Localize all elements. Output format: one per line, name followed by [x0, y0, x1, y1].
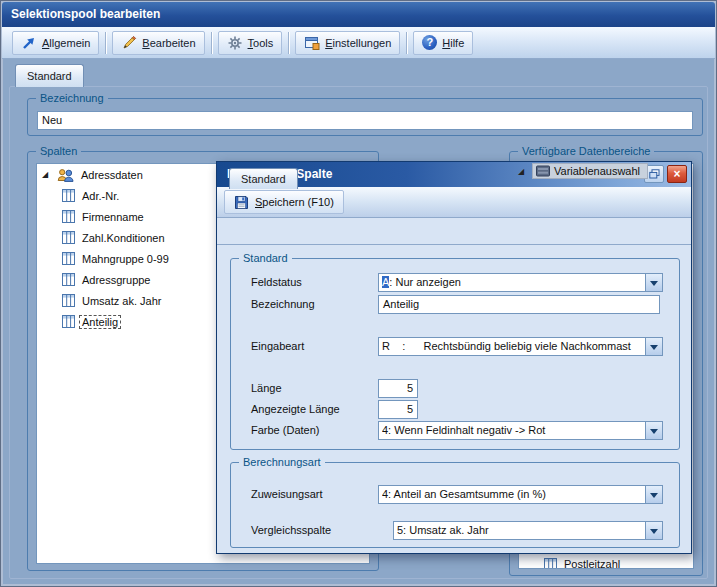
- tab-standard[interactable]: Standard: [15, 64, 84, 87]
- group-label-datenbereiche: Verfügbare Datenbereiche: [518, 144, 654, 158]
- dialog-window-buttons: ×: [644, 165, 687, 183]
- toolbar-button-label: Einstellungen: [325, 37, 391, 49]
- feldstatus-label: Feldstatus: [251, 273, 302, 292]
- toolbar-button-label: Tools: [248, 37, 274, 49]
- feldstatus-value: A: Nur anzeigen: [382, 274, 644, 291]
- toolbar-button-allgemein[interactable]: Allgemein: [12, 31, 99, 55]
- tree-item-label: Postleitzahl: [561, 557, 623, 569]
- column-icon: [62, 294, 75, 307]
- window-title: Selektionspool bearbeiten: [11, 7, 160, 21]
- farbe-combobox[interactable]: 4: Wenn Feldinhalt negativ -> Rot: [378, 421, 663, 440]
- dialog-standard-group: Standard Feldstatus A: Nur anzeigen Beze…: [230, 258, 680, 450]
- toolbar-button-tools[interactable]: Tools: [218, 31, 283, 55]
- column-icon: [62, 210, 75, 223]
- main-toolbar: Allgemein Bearbeiten Tools Einstellungen…: [2, 27, 715, 59]
- tree-item-label: Zahl.Konditionen: [79, 231, 168, 245]
- toolbar-button-bearbeiten[interactable]: Bearbeiten: [112, 31, 204, 55]
- angezeigte-laenge-input[interactable]: 5: [378, 400, 418, 419]
- save-button[interactable]: Speichern (F10): [224, 190, 344, 214]
- tree-item-variablenauswahl[interactable]: ◢ Variablenauswahl: [518, 163, 648, 179]
- edit-pencil-icon: [121, 35, 137, 51]
- tree-item-label: Adressgruppe: [79, 273, 154, 287]
- bezeichnung-group: Bezeichnung Neu: [27, 98, 703, 136]
- zuweisungsart-label: Zuweisungsart: [251, 485, 323, 504]
- tree-item-label-selected: Anteilig: [79, 315, 121, 329]
- bezeichnung-field-input[interactable]: Anteilig: [378, 295, 660, 314]
- restore-icon: [649, 169, 660, 179]
- save-button-label: Speichern (F10): [255, 196, 334, 208]
- farbe-label: Farbe (Daten): [251, 421, 319, 440]
- zuweisungsart-combobox[interactable]: 4: Anteil an Gesamtsumme (in %): [378, 485, 663, 504]
- bezeichnung-field-label: Bezeichnung: [251, 295, 315, 314]
- vergleichsspalte-value: 5: Umsatz ak. Jahr: [397, 522, 644, 539]
- expander-icon[interactable]: ◢: [42, 170, 53, 179]
- column-icon: [544, 558, 557, 570]
- farbe-value: 4: Wenn Feldinhalt negativ -> Rot: [382, 422, 644, 439]
- zuweisungsart-value: 4: Anteil an Gesamtsumme (in %): [382, 486, 644, 503]
- eingabeart-label: Eingabeart: [251, 337, 304, 356]
- column-icon: [62, 252, 75, 265]
- vergleichsspalte-combobox[interactable]: 5: Umsatz ak. Jahr: [393, 521, 663, 540]
- column-icon: [62, 273, 75, 286]
- laenge-input[interactable]: 5: [378, 379, 418, 398]
- angezeigte-laenge-label: Angezeigte Länge: [251, 400, 340, 419]
- app-window: Selektionspool bearbeiten Allgemein Bear…: [0, 0, 717, 587]
- chevron-down-icon[interactable]: [645, 422, 662, 439]
- dialog-berechnungsart-group: Berechnungsart Zuweisungsart 4: Anteil a…: [230, 462, 680, 548]
- dialog-toolbar: Speichern (F10): [217, 187, 691, 218]
- save-disk-icon: [234, 195, 249, 210]
- chevron-down-icon[interactable]: [645, 338, 662, 355]
- help-icon: ?: [422, 35, 437, 50]
- chevron-down-icon[interactable]: [645, 522, 662, 539]
- people-icon: [57, 168, 74, 182]
- individuelle-spalte-dialog: Individuelle Spalte × Speichern (F10) St…: [216, 161, 692, 554]
- eingabeart-combobox[interactable]: R : Rechtsbündig beliebig viele Nachkomm…: [378, 337, 663, 356]
- vergleichsspalte-label: Vergleichsspalte: [251, 521, 331, 540]
- toolbar-separator: [288, 32, 289, 54]
- window-titlebar[interactable]: Selektionspool bearbeiten: [2, 2, 715, 27]
- tree-item-label: Umsatz ak. Jahr: [79, 294, 164, 308]
- toolbar-button-label: Allgemein: [42, 37, 90, 49]
- bezeichnung-input[interactable]: Neu: [37, 111, 693, 130]
- toolbar-button-einstellungen[interactable]: Einstellungen: [295, 31, 400, 55]
- toolbar-button-label: Bearbeiten: [142, 37, 195, 49]
- toolbar-button-label: Hilfe: [442, 37, 464, 49]
- tree-item-label: Mahngruppe 0-99: [79, 252, 172, 266]
- tree-item-postleitzahl[interactable]: Postleitzahl: [521, 556, 623, 569]
- chevron-down-icon[interactable]: [645, 274, 662, 291]
- toolbar-separator: [211, 32, 212, 54]
- gear-icon: [227, 35, 243, 51]
- toolbar-separator: [406, 32, 407, 54]
- toolbar-button-hilfe[interactable]: ? Hilfe: [413, 31, 473, 55]
- nav-arrow-icon: [21, 35, 37, 51]
- group-label-standard: Standard: [239, 251, 292, 265]
- close-icon: ×: [673, 166, 680, 182]
- dialog-tab-standard[interactable]: Standard: [229, 168, 298, 189]
- variables-icon: [536, 165, 550, 177]
- column-icon: [62, 231, 75, 244]
- laenge-label: Länge: [251, 379, 282, 398]
- feldstatus-combobox[interactable]: A: Nur anzeigen: [378, 273, 663, 292]
- tree-item-label: Adressdaten: [78, 168, 146, 182]
- dialog-tabstrip: [217, 218, 691, 245]
- group-label-spalten: Spalten: [36, 144, 81, 158]
- eingabeart-value: R : Rechtsbündig beliebig viele Nachkomm…: [382, 338, 644, 355]
- tree-item-label: Firmenname: [79, 210, 147, 224]
- tree-item-selection: Variablenauswahl: [532, 163, 648, 179]
- settings-window-icon: [304, 35, 320, 51]
- chevron-down-icon[interactable]: [645, 486, 662, 503]
- toolbar-separator: [105, 32, 106, 54]
- expander-icon[interactable]: ◢: [518, 167, 529, 176]
- tree-item-label: Variablenauswahl: [554, 165, 640, 177]
- close-button[interactable]: ×: [667, 165, 687, 183]
- column-icon: [62, 189, 75, 202]
- column-icon: [62, 315, 75, 328]
- tree-item-label: Adr.-Nr.: [79, 189, 122, 203]
- group-label-bezeichnung: Bezeichnung: [36, 91, 108, 105]
- group-label-berechnungsart: Berechnungsart: [239, 455, 325, 469]
